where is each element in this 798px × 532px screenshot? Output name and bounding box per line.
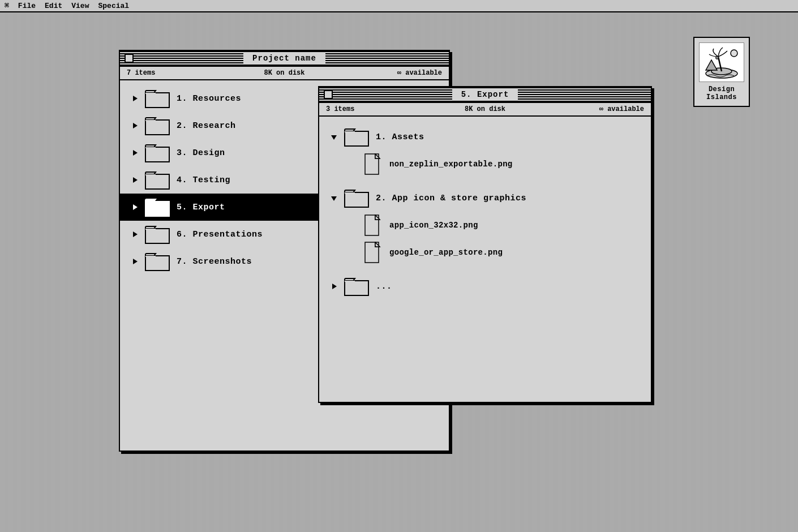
folder-label-screenshots: 7. Screenshots [177,257,252,267]
design-islands-image [699,42,744,82]
svg-rect-2 [145,93,156,94]
svg-rect-20 [145,256,156,257]
subfolder-label-app-icon: 2. App icon & store graphics [376,194,526,203]
folder-icon-more [344,276,369,297]
svg-rect-7 [145,147,169,162]
svg-rect-34 [345,281,368,295]
folder-icon-testing [145,170,170,190]
svg-marker-6 [133,150,138,156]
subfolder-assets[interactable]: 1. Assets [319,123,651,151]
subfolder-label-more: ... [376,282,392,291]
file-label-non-zeplin: non_zeplin_exportable.png [389,160,513,169]
svg-rect-8 [145,147,156,148]
project-items-count: 7 items [127,69,232,77]
svg-rect-14 [145,201,156,203]
folder-icon-research [145,115,170,136]
export-disk-usage: 8K on disk [432,105,538,113]
menu-file[interactable]: File [18,2,36,10]
folder-label-resources: 1. Resources [177,94,241,104]
file-icon-google-store [364,242,383,263]
folder-icon-app-icon [344,188,369,208]
folder-icon-screenshots [145,251,170,272]
svg-rect-11 [145,174,156,175]
svg-rect-27 [345,192,368,207]
svg-marker-33 [332,284,337,289]
export-available: ∞ available [538,105,644,113]
project-available: ∞ available [337,69,442,77]
menu-bar: ⌘ File Edit View Special [0,0,798,12]
file-icon-non-zeplin [364,153,383,175]
folder-label-presentations: 6. Presentations [177,230,263,239]
folder-label-research: 2. Research [177,121,236,131]
expand-arrow-export[interactable] [129,201,140,213]
svg-point-39 [716,57,719,59]
expand-arrow-design[interactable] [129,147,140,158]
file-non-zeplin[interactable]: non_zeplin_exportable.png [319,151,651,178]
svg-rect-28 [345,192,355,194]
menu-special[interactable]: Special [98,2,129,10]
folder-icon-export [145,197,170,217]
svg-rect-10 [145,174,169,189]
folder-icon-presentations [145,224,170,244]
design-islands-svg [701,45,742,79]
project-window-title: Project name [243,53,325,64]
project-window-infobar: 7 items 8K on disk ∞ available [120,67,449,80]
menu-view[interactable]: View [71,2,89,10]
file-google-store[interactable]: google_or_app_store.png [319,239,651,266]
file-label-app-icon: app_icon_32x32.png [389,221,478,230]
folder-icon-resources [145,88,170,109]
folder-icon-design [145,143,170,163]
file-label-google-store: google_or_app_store.png [389,248,503,257]
svg-marker-12 [133,204,138,210]
expand-arrow-app-icon[interactable] [328,192,340,204]
close-box[interactable] [125,54,134,63]
expand-arrow-research[interactable] [129,120,140,131]
menu-apple[interactable]: ⌘ [5,1,9,10]
file-icon-app-icon [364,214,383,236]
subfolder-app-icon[interactable]: 2. App icon & store graphics [319,185,651,212]
svg-marker-15 [133,231,138,237]
svg-rect-5 [145,120,156,121]
svg-rect-13 [145,201,169,216]
expand-arrow-screenshots[interactable] [129,256,140,267]
project-disk-usage: 8K on disk [232,69,337,77]
folder-label-testing: 4. Testing [177,175,230,185]
svg-rect-22 [345,131,368,146]
project-window-titlebar[interactable]: Project name [120,51,449,67]
design-islands-label: Design Islands [699,85,744,101]
export-window-infobar: 3 items 8K on disk ∞ available [319,103,651,117]
expand-arrow-resources[interactable] [129,93,140,104]
svg-marker-3 [133,123,138,128]
export-window-titlebar[interactable]: 5. Export [319,87,651,103]
menu-edit[interactable]: Edit [45,2,62,10]
export-window: 5. Export 3 items 8K on disk ∞ available… [318,86,652,403]
svg-marker-9 [133,177,138,183]
subfolder-label-assets: 1. Assets [376,132,424,142]
expand-arrow-presentations[interactable] [129,229,140,240]
svg-marker-26 [331,196,337,201]
file-app-icon[interactable]: app_icon_32x32.png [319,212,651,239]
folder-label-export: 5. Export [177,203,225,212]
svg-rect-16 [145,229,169,243]
design-islands-widget[interactable]: Design Islands [693,37,750,107]
svg-marker-21 [331,135,337,140]
svg-point-40 [731,50,737,57]
expand-arrow-testing[interactable] [129,174,140,186]
subfolder-more[interactable]: ... [319,273,651,300]
folder-label-design: 3. Design [177,148,225,158]
svg-rect-17 [145,229,156,230]
expand-arrow-assets[interactable] [328,131,340,143]
svg-rect-35 [345,281,355,282]
svg-rect-23 [345,131,355,132]
export-window-title: 5. Export [452,89,518,100]
svg-marker-0 [133,96,138,101]
svg-marker-18 [133,259,138,264]
svg-marker-41 [706,60,717,70]
expand-arrow-more[interactable] [328,281,340,292]
folder-icon-assets [344,127,369,147]
export-window-content: 1. Assets non_zeplin_exportable.png [319,117,651,402]
svg-rect-1 [145,93,169,108]
svg-rect-19 [145,256,169,271]
svg-rect-4 [145,120,169,135]
export-close-box[interactable] [324,90,333,99]
